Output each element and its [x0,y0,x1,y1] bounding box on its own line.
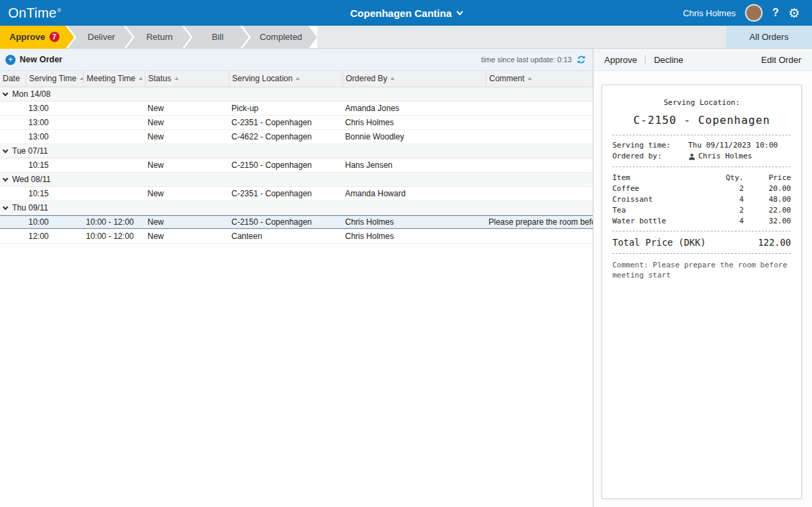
table-cell: 13:00 [26,116,83,129]
table-cell: 12:00 [26,229,83,243]
table-row[interactable]: 12:0010:00 - 12:00NewCanteenChris Holmes [0,229,593,244]
dashed-separator [612,231,791,232]
table-cell: 10:00 - 12:00 [83,215,145,229]
table-cell: Chris Holmes [342,229,486,243]
table-row[interactable]: 13:00NewC-4622 - CopenhagenBonnie Woodle… [0,130,593,144]
total-label: Total Price (DKK) [612,237,706,248]
registered-mark: ® [58,7,62,14]
qty-column-header: Qty. [715,172,744,183]
table-cell [486,116,593,129]
receipt-item-cell: Croissant [612,194,715,204]
table-cell: 13:00 [26,130,83,144]
column-header-meeting-time[interactable]: Meeting Time [83,71,145,87]
column-header-status[interactable]: Status [145,71,229,87]
refresh-icon[interactable] [577,55,586,64]
table-cell: New [145,102,229,115]
group-date: Wed 08/11 [12,175,51,184]
table-cell [0,102,26,115]
serving-time-value: Thu 09/11/2023 10:00 [688,140,777,151]
receipt-item-row: Coffee220.00 [612,183,791,194]
receipt-item-cell: 4 [715,215,744,226]
table-cell: C-2150 - Copenhagen [229,215,342,229]
orders-table-header: DateServing TimeMeeting TimeStatusServin… [0,71,593,87]
receipt-item-cell: Water bottle [612,215,715,226]
table-cell: 10:15 [26,158,83,172]
workflow-tab-deliver[interactable]: Deliver [68,26,133,49]
column-header-serving-location[interactable]: Serving Location [229,71,342,87]
decline-button[interactable]: Decline [654,55,683,65]
order-detail-panel: Approve Decline Edit Order Serving Locat… [593,49,812,507]
chevron-down-icon [3,148,8,153]
receipt-item-row: Croissant448.00 [612,194,791,204]
table-cell: C-2351 - Copenhagen [229,116,342,129]
table-row[interactable]: 10:15NewC-2351 - CopenhagenAmanda Howard [0,187,593,201]
table-cell: New [145,130,229,144]
table-cell [83,102,145,115]
sort-caret-icon [175,77,179,80]
edit-order-button[interactable]: Edit Order [761,55,801,65]
group-row[interactable]: Wed 08/11 [0,173,593,187]
table-cell: New [145,116,229,129]
receipt-item-cell: Tea [612,204,715,215]
total-value: 122.00 [758,237,791,248]
table-row[interactable]: 10:0010:00 - 12:00NewC-2150 - Copenhagen… [0,215,593,229]
table-cell [83,130,145,144]
chevron-down-icon [456,8,463,15]
column-header-comment[interactable]: Comment [486,71,593,87]
serving-location-value: C-2150 - Copenhagen [612,114,791,127]
location-selector[interactable]: Copenhagen Cantina [350,7,461,19]
approve-button[interactable]: Approve [604,55,637,65]
item-column-header: Item [612,172,715,183]
table-row[interactable]: 13:00NewC-2351 - CopenhagenChris Holmes [0,116,593,130]
receipt-items-header: Item Qty. Price [612,172,791,183]
table-row[interactable]: 10:15NewC-2150 - CopenhagenHans Jensen [0,158,593,173]
workflow-bar-filler [317,26,726,48]
workflow-tab-completed[interactable]: Completed [242,26,317,49]
table-cell [0,229,26,243]
workflow-tab-label: Approve [9,32,45,42]
total-row: Total Price (DKK) 122.00 [612,237,791,248]
table-cell: C-4622 - Copenhagen [229,130,342,144]
workflow-tab-label: Completed [260,32,302,42]
column-header-ordered-by[interactable]: Ordered By [342,71,486,87]
group-row[interactable]: Mon 14/08 [0,87,593,102]
table-cell [0,158,26,172]
table-cell [83,158,145,172]
workflow-tab-return[interactable]: Return [126,26,191,49]
tab-badge: 7 [49,32,60,42]
user-name: Chris Holmes [683,8,736,18]
price-column-header: Price [744,172,791,183]
new-order-button[interactable]: + New Order [5,55,62,65]
workflow-tab-approve[interactable]: Approve7 [0,26,74,49]
gear-icon[interactable]: ⚙ [788,7,800,20]
new-order-label: New Order [20,55,62,64]
table-cell: Chris Holmes [342,116,486,129]
avatar[interactable] [745,4,763,22]
column-header-date[interactable]: Date [0,71,26,87]
table-cell: New [145,158,229,172]
receipt-item-cell: 32.00 [744,215,791,226]
serving-location-label: Serving Location: [612,98,791,107]
workflow-tab-label: Deliver [88,32,115,42]
help-icon[interactable]: ? [772,7,779,19]
receipt-comment: Comment: Please prepare the room before … [612,260,791,280]
sort-caret-icon [296,77,300,80]
top-bar: OnTime® Copenhagen Cantina Chris Holmes … [0,0,812,26]
group-row[interactable]: Tue 07/11 [0,144,593,158]
column-header-serving-time[interactable]: Serving Time [26,71,83,87]
dashed-separator [612,253,791,254]
table-row[interactable]: 13:00NewPick-upAmanda Jones [0,102,593,116]
dashed-separator [612,167,791,167]
table-cell: Hans Jensen [342,158,486,172]
group-date: Tue 07/11 [12,146,48,156]
receipt-items-table: Item Qty. Price Coffee220.00Croissant448… [612,172,791,226]
orders-toolbar: + New Order time since last update: 0:13 [0,49,593,71]
orders-table-body: Mon 14/0813:00NewPick-upAmanda Jones13:0… [0,87,593,244]
workflow-tabs: Approve7DeliverReturnBillCompleted [0,26,317,48]
table-cell: Pick-up [229,102,342,115]
workflow-tab-bill[interactable]: Bill [184,26,249,49]
table-cell: Amanda Jones [342,102,486,115]
tab-all-orders[interactable]: All Orders [726,26,812,48]
app-logo: OnTime® [0,5,62,21]
group-row[interactable]: Thu 09/11 [0,201,593,215]
